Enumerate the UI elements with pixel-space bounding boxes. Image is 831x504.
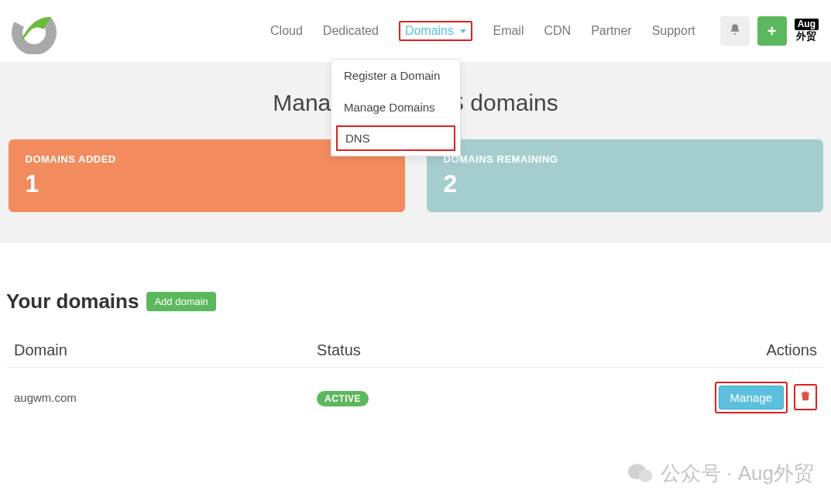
dropdown-register-domain[interactable]: Register a Domain	[331, 60, 460, 91]
badge-top: Aug	[795, 19, 819, 31]
add-button[interactable]: +	[757, 16, 787, 46]
nav-dedicated[interactable]: Dedicated	[323, 19, 379, 43]
nav-email[interactable]: Email	[493, 19, 524, 43]
svg-point-0	[11, 9, 57, 54]
plus-icon: +	[767, 22, 777, 40]
card-remaining-label: DOMAINS REMAINING	[444, 153, 806, 165]
badge-bot: 外贸	[796, 30, 816, 43]
dropdown-manage-domains[interactable]: Manage Domains	[331, 91, 460, 123]
nav-cloud[interactable]: Cloud	[270, 19, 303, 43]
manage-highlight: Manage	[715, 382, 788, 413]
nav-partner[interactable]: Partner	[591, 19, 631, 43]
bell-icon	[729, 23, 741, 39]
card-added-value: 1	[26, 170, 388, 198]
notifications-button[interactable]	[720, 16, 750, 46]
nav-domains-label: Domains	[405, 24, 454, 37]
brand-logo[interactable]	[11, 8, 57, 54]
domains-table: Domain Status Actions augwm.com ACTIVE M…	[6, 334, 825, 427]
nav-links: Cloud Dedicated Domains Email CDN Partne…	[270, 16, 819, 46]
col-actions: Actions	[612, 334, 825, 368]
add-domain-button[interactable]: Add domain	[146, 292, 215, 311]
your-domains-header: Your domains Add domain	[6, 290, 825, 314]
card-domains-remaining: DOMAINS REMAINING 2	[427, 139, 823, 212]
col-domain: Domain	[6, 334, 309, 368]
top-navbar: Cloud Dedicated Domains Email CDN Partne…	[0, 0, 831, 62]
cell-actions: Manage	[612, 368, 825, 428]
content-section: Your domains Add domain Domain Status Ac…	[0, 243, 831, 427]
status-badge: ACTIVE	[317, 391, 369, 406]
cell-status: ACTIVE	[309, 368, 612, 428]
delete-highlight	[794, 384, 817, 410]
cell-domain-name: augwm.com	[6, 368, 309, 428]
card-remaining-value: 2	[444, 170, 806, 198]
nav-domains[interactable]: Domains	[405, 19, 467, 42]
manage-button[interactable]: Manage	[719, 386, 784, 410]
watermark-text: 公众号 · Aug外贸	[661, 460, 814, 487]
wechat-icon	[627, 459, 654, 487]
nav-actions: + Aug 外贸	[720, 16, 819, 46]
dropdown-dns[interactable]: DNS	[336, 125, 455, 151]
caret-down-icon	[460, 29, 466, 33]
nav-cdn[interactable]: CDN	[544, 19, 571, 43]
nav-domains-highlight: Domains	[399, 21, 473, 41]
trash-icon[interactable]	[800, 389, 811, 405]
domains-dropdown: Register a Domain Manage Domains DNS	[331, 59, 461, 156]
table-header-row: Domain Status Actions	[6, 334, 825, 368]
your-domains-title: Your domains	[6, 290, 139, 314]
account-badge[interactable]: Aug 外贸	[795, 19, 819, 43]
table-row: augwm.com ACTIVE Manage	[6, 368, 825, 428]
nav-support[interactable]: Support	[652, 19, 695, 43]
svg-point-2	[638, 470, 652, 482]
watermark: 公众号 · Aug外贸	[627, 459, 814, 487]
col-status: Status	[309, 334, 612, 368]
